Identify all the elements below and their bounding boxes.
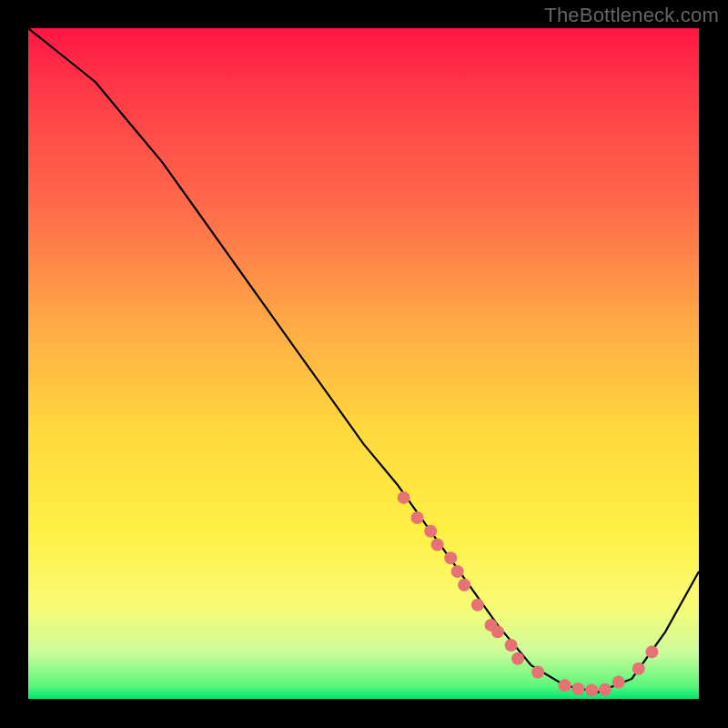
- data-marker: [458, 579, 470, 592]
- watermark-text: TheBottleneck.com: [544, 4, 719, 27]
- bottleneck-curve: [28, 28, 699, 693]
- data-marker: [444, 551, 457, 564]
- data-marker: [411, 511, 424, 524]
- data-marker: [632, 662, 645, 675]
- data-marker: [451, 565, 464, 578]
- gradient-plot-area: [28, 28, 699, 699]
- data-marker: [511, 652, 524, 665]
- data-marker: [424, 525, 437, 538]
- data-marker: [571, 682, 584, 695]
- data-marker: [491, 625, 504, 638]
- data-marker: [531, 666, 544, 679]
- data-marker: [398, 491, 410, 504]
- curve-svg: [28, 28, 699, 699]
- data-marker: [612, 676, 625, 689]
- data-marker: [431, 539, 444, 551]
- data-marker: [585, 683, 598, 696]
- data-marker: [599, 683, 612, 696]
- data-marker: [471, 599, 484, 612]
- data-marker: [559, 679, 571, 692]
- chart-container: TheBottleneck.com: [0, 0, 728, 728]
- data-markers: [398, 491, 659, 697]
- data-marker: [645, 645, 658, 658]
- data-marker: [505, 639, 518, 652]
